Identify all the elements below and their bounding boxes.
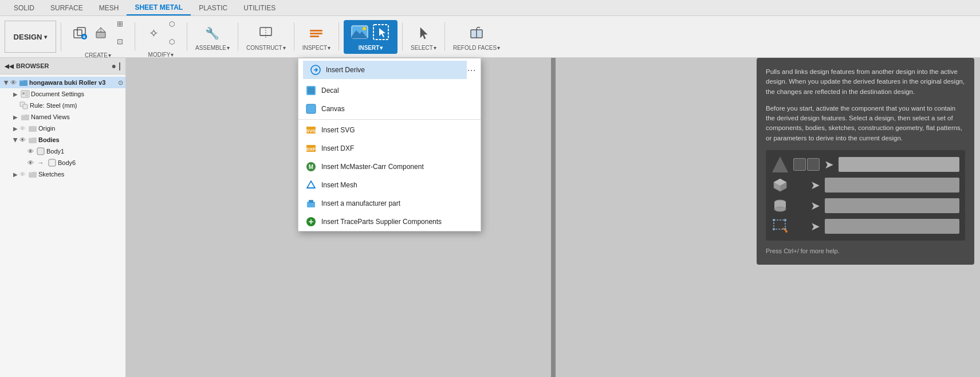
assemble-label[interactable]: ASSEMBLE ▾ <box>195 45 230 51</box>
divider-1 <box>135 22 135 51</box>
insert-icons <box>349 22 392 43</box>
dropdown-item-insert-svg[interactable]: SVG Insert SVG <box>298 121 481 139</box>
assemble-icon[interactable]: 🔧 <box>202 23 223 44</box>
tree-item-root[interactable]: ▶ 👁 hongawara buki Roller v3 ⊙ <box>0 77 125 88</box>
dropdown-item-traceparts[interactable]: Insert TraceParts Supplier Components <box>298 213 481 231</box>
eye-icon-origin[interactable]: 👁 <box>19 125 26 132</box>
browser-header: ◀◀ BROWSER ● | <box>0 58 125 74</box>
eye-icon-bodies[interactable]: 👁 <box>19 136 26 143</box>
modify-icon3[interactable]: ⬡ <box>165 33 179 50</box>
insert-dropdown-menu: Insert Derive ⋯ Decal Canvas <box>298 58 481 231</box>
extrude-icon-svg <box>93 25 109 41</box>
dropdown-item-mesh[interactable]: Insert Mesh <box>298 176 481 194</box>
collapse-browser-icon[interactable]: ◀◀ <box>5 63 14 69</box>
tab-plastic[interactable]: PLASTIC <box>191 0 235 15</box>
design-arrow: ▾ <box>44 34 47 40</box>
tab-utilities[interactable]: UTILITIES <box>235 0 284 15</box>
dropdown-item-mcmaster[interactable]: M Insert McMaster-Carr Component <box>298 158 481 176</box>
tree-label-origin: Origin <box>38 125 123 132</box>
select-label[interactable]: SELECT ▾ <box>411 45 436 51</box>
tree-arrow-bodies: ▶ <box>13 136 19 144</box>
insert-dxf-label: Insert DXF <box>321 144 354 152</box>
refold-icons <box>466 23 487 44</box>
dropdown-item-decal[interactable]: Decal <box>298 81 481 100</box>
tree-label-rule: Rule: Steel (mm) <box>30 102 123 109</box>
refold-faces-label[interactable]: REFOLD FACES ▾ <box>453 45 500 51</box>
modify-icon2[interactable]: ⬡ <box>165 15 179 33</box>
decal-icon <box>305 85 317 96</box>
create-icon-svg: + <box>72 25 88 41</box>
tree-item-bodies[interactable]: ▶ 👁 Bodies <box>0 134 125 146</box>
folder-icon-root <box>19 78 28 87</box>
tree-arrow-root: ▶ <box>3 78 10 87</box>
tree-label-body6: Body6 <box>58 159 123 166</box>
inspect-group: INSPECT ▾ <box>299 22 334 52</box>
dropdown-item-canvas[interactable]: Canvas <box>298 100 481 118</box>
inspect-label[interactable]: INSPECT ▾ <box>302 45 330 51</box>
tree-item-body1[interactable]: 👁 Body1 <box>0 146 125 157</box>
toolbar-main: DESIGN ▾ + <box>0 16 980 57</box>
tab-mesh[interactable]: MESH <box>91 0 127 15</box>
svg-point-56 <box>774 207 786 211</box>
insert-select-icon[interactable] <box>371 22 392 43</box>
eye-icon-root[interactable]: 👁 <box>10 79 17 86</box>
design-button[interactable]: DESIGN ▾ <box>5 21 56 53</box>
sketch-shape <box>773 219 788 234</box>
insert-icon[interactable] <box>349 22 370 43</box>
help-panel: Pulls and links design features from ano… <box>757 58 974 265</box>
tree-label-sketches: Sketches <box>38 171 123 178</box>
dropdown-item-mfr-part[interactable]: Insert a manufacturer part <box>298 194 481 213</box>
svg-text:M: M <box>309 164 313 170</box>
svg-rect-33 <box>49 159 56 166</box>
create-new-component-icon[interactable]: + <box>69 23 90 44</box>
dropdown-item-insert-dxf[interactable]: DXF Insert DXF <box>298 139 481 158</box>
tree-item-origin[interactable]: ▶ 👁 Origin <box>0 123 125 134</box>
eye-icon-body1[interactable]: 👁 <box>27 148 34 155</box>
dropdown-ellipsis[interactable]: ⋯ <box>467 65 476 76</box>
create-icon4[interactable]: ⊡ <box>113 33 127 50</box>
eye-icon-sketches[interactable]: 👁 <box>19 171 26 178</box>
tree-item-named-views[interactable]: ▶ Named Views <box>0 111 125 123</box>
refold-icon[interactable] <box>466 23 487 44</box>
tab-sheet-metal[interactable]: SHEET METAL <box>127 0 191 15</box>
folder-icon-bodies <box>28 135 37 144</box>
dropdown-item-insert-derive[interactable]: Insert Derive <box>303 61 467 79</box>
svg-icon: SVG <box>305 124 317 136</box>
target-icon-root: ⊙ <box>118 79 123 87</box>
svg-point-58 <box>773 219 775 221</box>
tab-solid[interactable]: SOLID <box>6 0 42 15</box>
tree-label-root: hongawara buki Roller v3 <box>29 79 116 86</box>
insert-mesh-label: Insert Mesh <box>321 181 357 189</box>
divider-5 <box>339 22 339 51</box>
tree-item-rule[interactable]: Rule: Steel (mm) <box>0 100 125 111</box>
browser-settings-icon[interactable]: | <box>119 61 121 70</box>
tree-label-named-views: Named Views <box>31 113 123 120</box>
tab-surface[interactable]: SURFACE <box>42 0 91 15</box>
preview-shape-2 <box>772 176 789 194</box>
insert-label[interactable]: INSERT ▾ <box>356 44 385 52</box>
modify-label[interactable]: MODIFY ▾ <box>148 52 174 58</box>
divider-4 <box>294 22 294 51</box>
divider-0 <box>61 22 61 51</box>
svg-rect-11 <box>310 33 322 34</box>
browser-pin-icon[interactable]: ● <box>112 61 116 70</box>
traceparts-label: Insert TraceParts Supplier Components <box>321 218 442 226</box>
svg-rect-30 <box>29 126 37 132</box>
tree-item-body6[interactable]: 👁 → Body6 <box>0 157 125 168</box>
construct-icon[interactable] <box>255 23 276 44</box>
assemble-group: 🔧 ASSEMBLE ▾ <box>192 22 233 52</box>
tree-item-sketches[interactable]: ▶ 👁 Sketches <box>0 168 125 180</box>
svg-rect-12 <box>310 36 319 37</box>
svg-marker-18 <box>420 28 427 39</box>
create-extrude-icon[interactable] <box>91 23 112 44</box>
create-icon3[interactable]: ⊞ <box>113 15 127 32</box>
inspect-icon[interactable] <box>306 23 326 44</box>
select-icon[interactable] <box>414 23 434 44</box>
svg-rect-0 <box>74 30 82 38</box>
modify-icon[interactable]: ✧ <box>143 23 164 44</box>
vertical-bar <box>551 58 556 377</box>
eye-icon-body6[interactable]: 👁 <box>27 159 34 166</box>
tree-item-doc-settings[interactable]: ▶ Document Settings <box>0 88 125 100</box>
tree-label-doc-settings: Document Settings <box>31 91 123 97</box>
construct-label[interactable]: CONSTRUCT ▾ <box>246 45 286 51</box>
